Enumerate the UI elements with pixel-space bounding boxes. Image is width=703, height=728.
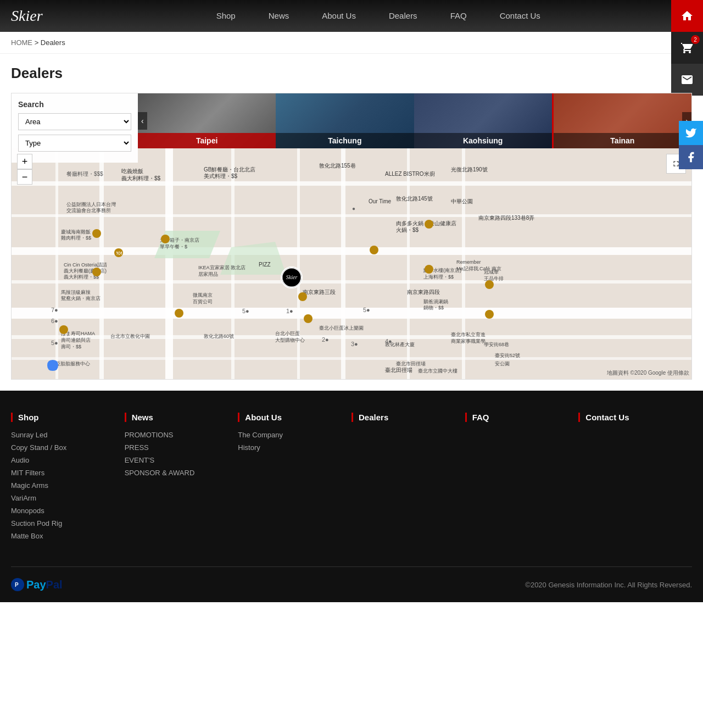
footer-link-suction-pod-rig[interactable]: Suction Pod Rig (11, 519, 114, 527)
svg-text:敦化北路60號: 敦化北路60號 (204, 334, 234, 339)
footer-link-audio[interactable]: Audio (11, 456, 114, 464)
svg-text:3●: 3● (351, 341, 358, 347)
svg-rect-2 (12, 214, 691, 217)
cart-icon-button[interactable]: 2 (671, 32, 703, 64)
city-tab-tainan[interactable]: Tainan (552, 93, 691, 148)
footer-shop-title: Shop (11, 413, 114, 422)
svg-text:上海料理・$$: 上海料理・$$ (423, 274, 454, 280)
footer-link-mit-filters[interactable]: MIT Filters (11, 469, 114, 477)
footer-columns: Shop Sunray Led Copy Stand / Box Audio M… (11, 413, 692, 555)
footer-link-press[interactable]: PRESS (125, 443, 227, 452)
footer-col-dealers: Dealers (352, 413, 465, 555)
footer-link-the-company[interactable]: The Company (238, 431, 341, 439)
svg-point-97 (485, 280, 494, 289)
city-tab-taipei[interactable]: Taipei (138, 93, 276, 148)
footer-link-monopods[interactable]: Monopods (11, 507, 114, 515)
svg-text:敦化北路145號: 敦化北路145號 (396, 196, 433, 202)
map-zoom-in-button[interactable]: + (17, 154, 32, 169)
city-nav-prev-button[interactable]: ‹ (138, 112, 147, 130)
footer-link-sunray-led[interactable]: Sunray Led (11, 431, 114, 439)
svg-point-90 (161, 235, 170, 243)
twitter-button[interactable] (679, 121, 703, 145)
svg-text:臺北市田徑場: 臺北市田徑場 (396, 361, 426, 366)
nav-contact-us[interactable]: Contact Us (483, 0, 557, 32)
svg-text:南京東路三段: 南京東路三段 (303, 289, 336, 295)
svg-point-99 (59, 325, 68, 334)
nav-shop[interactable]: Shop (200, 0, 252, 32)
city-tab-kaohsiung[interactable]: Kaohsiung (414, 93, 552, 148)
svg-text:百貨公司: 百貨公司 (193, 299, 213, 304)
home-icon-button[interactable] (671, 0, 703, 32)
footer-link-matte-box[interactable]: Matte Box (11, 532, 114, 540)
facebook-button[interactable] (679, 145, 703, 169)
svg-text:美式料理・$$: 美式料理・$$ (204, 173, 238, 179)
svg-text:慶城海南雞飯: 慶城海南雞飯 (61, 229, 91, 235)
type-select[interactable]: Type (18, 135, 131, 152)
search-label: Search (18, 100, 131, 109)
svg-text:商業家事職業學: 商業家事職業學 (451, 338, 486, 344)
footer-link-variarm[interactable]: VariArm (11, 494, 114, 502)
svg-rect-5 (12, 308, 691, 319)
svg-text:PIZZ: PIZZ (259, 262, 271, 268)
city-tabs: ‹ Taipei Taichung Kaohsiung Tainan › (138, 93, 691, 148)
header-icons: 2 (671, 0, 703, 96)
footer-link-events[interactable]: EVENT'S (125, 456, 227, 464)
footer-link-history[interactable]: History (238, 443, 341, 452)
city-tab-taichung-label: Taichung (276, 133, 414, 148)
svg-text:7●: 7● (51, 307, 58, 313)
footer-link-promotions[interactable]: PROMOTIONS (125, 431, 227, 439)
footer: Shop Sunray Led Copy Stand / Box Audio M… (0, 391, 703, 602)
breadcrumb-separator: > (35, 38, 41, 47)
svg-text:光復北路190號: 光復北路190號 (451, 166, 488, 173)
footer-col-faq: FAQ (465, 413, 579, 555)
footer-link-sponsor-award[interactable]: SPONSOR & AWARD (125, 469, 227, 477)
breadcrumb: HOME > Dealers (0, 32, 703, 54)
footer-link-copy-stand-box[interactable]: Copy Stand / Box (11, 443, 114, 452)
svg-text:安公園: 安公園 (495, 361, 510, 366)
svg-text:臺北小巨蛋冰上樂園: 臺北小巨蛋冰上樂園 (319, 325, 364, 331)
svg-rect-3 (12, 247, 691, 255)
paypal-text: PayPal (26, 579, 63, 591)
breadcrumb-home[interactable]: HOME (11, 38, 32, 47)
svg-text:敦化北路155巷: 敦化北路155巷 (319, 163, 356, 169)
svg-text:大型購物中心: 大型購物中心 (275, 337, 305, 343)
svg-text:1●: 1● (286, 308, 293, 314)
paypal-logo[interactable]: P PayPal (11, 578, 63, 591)
svg-text:中華公園: 中華公園 (451, 198, 473, 204)
footer-news-title: News (125, 413, 227, 422)
svg-point-92 (298, 292, 307, 301)
map-area[interactable]: 餐廳料理・$$$ 吃義燒飯 義大利料理・$$ GB鮮餐廳・台北北店 美式料理・$… (12, 148, 691, 379)
footer-link-magic-arms[interactable]: Magic Arms (11, 481, 114, 490)
svg-text:壽司・$$: 壽司・$$ (61, 344, 81, 349)
social-icons (679, 121, 703, 169)
area-select[interactable]: Area (18, 113, 131, 130)
svg-text:臺北田徑場: 臺北田徑場 (385, 367, 412, 373)
svg-text:壽司連鎖與店: 壽司連鎖與店 (61, 337, 91, 343)
city-tab-taichung[interactable]: Taichung (276, 93, 414, 148)
search-panel: Search Area Type (12, 93, 138, 163)
svg-text:鍋物・$$: 鍋物・$$ (423, 305, 444, 310)
svg-text:Remember: Remember (456, 259, 481, 265)
svg-point-95 (425, 220, 433, 229)
svg-text:6●: 6● (51, 318, 58, 324)
city-tab-kaohsiung-label: Kaohsiung (414, 133, 552, 148)
mail-icon-button[interactable] (671, 64, 703, 96)
svg-text:冠城華: 冠城華 (484, 269, 499, 275)
map-zoom-out-button[interactable]: − (17, 169, 32, 185)
nav-faq[interactable]: FAQ (434, 0, 483, 32)
nav-about-us[interactable]: About Us (305, 0, 372, 32)
skier-map-pin[interactable]: Skier (281, 266, 303, 288)
svg-text:南京東路四段133巷8弄: 南京東路四段133巷8弄 (478, 215, 534, 221)
svg-point-94 (370, 246, 378, 254)
footer-copyright: ©2020 Genesis Information Inc. All Right… (525, 581, 692, 589)
cart-badge: 2 (691, 35, 700, 44)
svg-text:交流協會台北事務所: 交流協會台北事務所 (66, 208, 111, 213)
svg-text:4●: 4● (385, 338, 392, 344)
svg-text:🍽: 🍽 (116, 250, 122, 256)
nav-dealers[interactable]: Dealers (372, 0, 434, 32)
footer-contact-title: Contact Us (578, 413, 681, 422)
breadcrumb-current: Dealers (41, 38, 65, 47)
nav-news[interactable]: News (252, 0, 306, 32)
svg-rect-4 (12, 280, 691, 284)
logo[interactable]: Skier (11, 7, 43, 25)
